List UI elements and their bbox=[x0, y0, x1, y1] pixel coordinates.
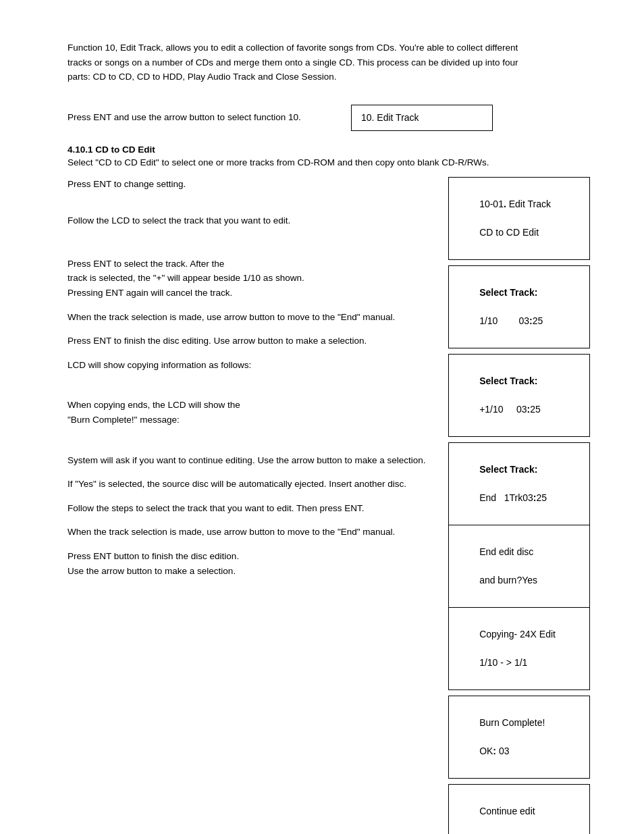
main-layout: Press ENT to change setting. Follow the … bbox=[68, 177, 590, 834]
lcd-box-3-line1: Select Track: bbox=[479, 464, 537, 475]
left-text-2: Press ENT to select the track. After the… bbox=[68, 257, 435, 301]
left-text-6: When copying ends, the LCD will show the… bbox=[68, 398, 435, 427]
left-text-7: System will ask if you want to continue … bbox=[68, 453, 435, 468]
page: Function 10, Edit Track, allows you to e… bbox=[0, 0, 644, 834]
lcd-box-2: Select Track: +1/10 03:25 bbox=[448, 354, 590, 437]
left-column: Press ENT to change setting. Follow the … bbox=[68, 177, 435, 578]
lcd-box-3-line2: End 1Trk03:25 bbox=[479, 492, 547, 503]
lcd-box-6-line2: OK: 03 bbox=[479, 746, 509, 756]
lcd-box-6: Burn Complete! OK: 03 bbox=[448, 696, 590, 779]
left-text-4: Press ENT to finish the disc editing. Us… bbox=[68, 334, 435, 348]
lcd-box-1-line2: 1/10 03:25 bbox=[479, 315, 543, 326]
left-text-1: Follow the LCD to select the track that … bbox=[68, 213, 435, 247]
lcd-box-0-line2: CD to CD Edit bbox=[479, 227, 539, 238]
lcd-edit-track: 10. Edit Track bbox=[351, 105, 493, 131]
subsection-title: 4.10.1 CD to CD Edit bbox=[68, 145, 590, 155]
lcd-box-1: Select Track: 1/10 03:25 bbox=[448, 265, 590, 348]
left-text-9: Follow the steps to select the track tha… bbox=[68, 501, 435, 516]
lcd-box-2-line2: +1/10 03:25 bbox=[479, 404, 541, 415]
lcd-box-6-line1: Burn Complete! bbox=[479, 717, 545, 728]
lcd-box-0: 10-01. Edit Track CD to CD Edit bbox=[448, 177, 590, 260]
left-text-11: Press ENT button to finish the disc edit… bbox=[68, 549, 435, 578]
lcd-box-5-line2: 1/10 - > 1/1 bbox=[479, 657, 527, 668]
right-column: 10-01. Edit Track CD to CD Edit Select T… bbox=[448, 177, 590, 834]
left-text-3: When the track selection is made, use ar… bbox=[68, 310, 435, 325]
ent-section: Press ENT and use the arrow button to se… bbox=[68, 105, 590, 131]
ent-label: Press ENT and use the arrow button to se… bbox=[68, 110, 338, 125]
lcd-box-1-line1: Select Track: bbox=[479, 287, 537, 298]
left-text-8: If "Yes" is selected, the source disc wi… bbox=[68, 477, 435, 492]
lcd-box-2-line1: Select Track: bbox=[479, 375, 537, 386]
lcd-box-5-line1: Copying- 24X Edit bbox=[479, 629, 556, 640]
subsection-desc: Select "CD to CD Edit" to select one or … bbox=[68, 157, 590, 167]
lcd-box-5: Copying- 24X Edit 1/10 - > 1/1 bbox=[448, 607, 590, 690]
lcd-box-3: Select Track: End 1Trk03:25 bbox=[448, 442, 590, 525]
lcd-box-4: End edit disc and burn?Yes bbox=[448, 525, 590, 607]
edit-track-box-area: 10. Edit Track bbox=[351, 105, 493, 131]
left-text-10: When the track selection is made, use ar… bbox=[68, 525, 435, 540]
left-text-0: Press ENT to change setting. bbox=[68, 177, 435, 204]
lcd-box-7-line1: Continue edit bbox=[479, 806, 535, 816]
left-text-5: LCD will show copying information as fol… bbox=[68, 358, 435, 373]
lcd-box-4-line1: End edit disc bbox=[479, 546, 533, 557]
lcd-box-7: Continue edit next Disc?Yes bbox=[448, 784, 590, 834]
lcd-box-0-line1: 10-01. Edit Track bbox=[479, 199, 551, 209]
lcd-box-4-line2: and burn?Yes bbox=[479, 575, 537, 585]
intro-paragraph: Function 10, Edit Track, allows you to e… bbox=[68, 41, 540, 84]
